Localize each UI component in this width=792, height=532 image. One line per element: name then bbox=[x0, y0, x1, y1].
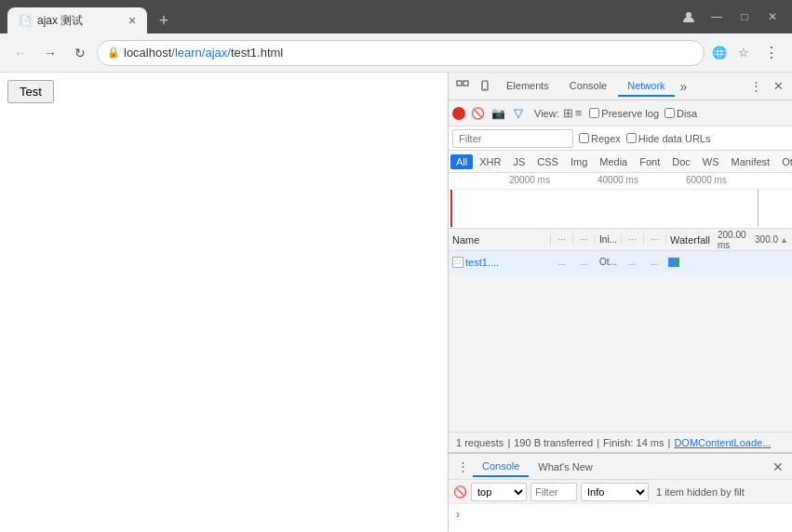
type-filter-img[interactable]: Img bbox=[565, 154, 593, 169]
forward-icon: → bbox=[44, 46, 57, 60]
table-header: Name ··· ··· Ini... ··· ··· Waterfall 20… bbox=[449, 229, 792, 251]
regex-option[interactable]: Regex bbox=[579, 133, 621, 144]
close-button[interactable]: ✕ bbox=[760, 5, 785, 29]
type-filter-doc[interactable]: Doc bbox=[666, 154, 696, 169]
devtools-inspect-button[interactable] bbox=[452, 76, 473, 97]
console-more-button[interactable]: ⋮ bbox=[452, 457, 473, 477]
filter-bar: Regex Hide data URLs bbox=[449, 126, 792, 151]
console-chevron[interactable]: › bbox=[456, 508, 460, 521]
console-level-select[interactable]: Info Verbose Warnings Errors bbox=[581, 483, 649, 501]
browser-window: 📄 ajax 测试 × + — □ ✕ ← → ↻ 🔒 l bbox=[0, 0, 792, 532]
svg-rect-1 bbox=[457, 81, 462, 86]
console-context-select[interactable]: top bbox=[471, 483, 527, 501]
row-ini: Ot... bbox=[596, 257, 622, 267]
flame-view-icon[interactable]: ≡ bbox=[575, 106, 583, 120]
type-filter-media[interactable]: Media bbox=[594, 154, 633, 169]
reload-button[interactable]: ↻ bbox=[67, 40, 93, 66]
disable-cache-checkbox[interactable] bbox=[664, 108, 675, 118]
row-name-text: test1.... bbox=[465, 257, 499, 268]
col-header-dots2[interactable]: ··· bbox=[573, 234, 596, 245]
type-filter-other[interactable]: Other bbox=[776, 154, 792, 169]
dom-content-loaded-link[interactable]: DOMContentLoade... bbox=[674, 437, 771, 448]
col-header-dots3[interactable]: ··· bbox=[622, 234, 644, 245]
tab-title: ajax 测试 bbox=[37, 13, 119, 29]
reload-icon: ↻ bbox=[74, 46, 86, 60]
preserve-log-checkbox[interactable] bbox=[589, 108, 599, 118]
devtools-settings-button[interactable]: ⋮ bbox=[745, 76, 766, 97]
devtools-tab-network[interactable]: Network bbox=[618, 76, 674, 97]
timeline-red-line bbox=[450, 190, 452, 227]
devtools-device-button[interactable] bbox=[475, 76, 495, 97]
timeline-vertical-marker bbox=[758, 190, 758, 227]
profile-icon[interactable] bbox=[677, 5, 701, 29]
col-header-dots4[interactable]: ··· bbox=[644, 234, 666, 245]
col-header-dots1[interactable]: ··· bbox=[551, 234, 573, 245]
status-sep1: | bbox=[507, 437, 510, 448]
console-tab-console[interactable]: Console bbox=[473, 457, 529, 477]
title-bar: 📄 ajax 测试 × + — □ ✕ bbox=[0, 0, 792, 33]
hide-data-urls-option[interactable]: Hide data URLs bbox=[626, 133, 711, 144]
devtools-more-tabs[interactable]: » bbox=[677, 77, 691, 96]
translate-icon[interactable]: 🌐 bbox=[708, 42, 731, 64]
record-button[interactable] bbox=[452, 107, 465, 120]
row-waterfall bbox=[666, 251, 792, 273]
table-row[interactable]: □ test1.... ... ... Ot... ... ... bbox=[449, 251, 792, 273]
tab-close-button[interactable]: × bbox=[125, 13, 140, 28]
address-bar[interactable]: 🔒 localhost /learn/ajax/ test1.html bbox=[97, 40, 705, 66]
view-icons: ⊞ ≡ bbox=[563, 106, 583, 120]
type-filter-bar: All XHR JS CSS Img Media Font Doc WS Man… bbox=[449, 151, 792, 173]
filter-input[interactable] bbox=[452, 129, 573, 148]
address-actions: 🌐 ☆ bbox=[708, 42, 755, 64]
col-header-name[interactable]: Name bbox=[449, 234, 551, 246]
type-filter-ws[interactable]: WS bbox=[697, 154, 725, 169]
type-filter-font[interactable]: Font bbox=[634, 154, 665, 169]
type-filter-xhr[interactable]: XHR bbox=[474, 154, 506, 169]
test-button[interactable]: Test bbox=[7, 80, 54, 103]
devtools-close-button[interactable]: ✕ bbox=[768, 76, 788, 97]
view-label: View: bbox=[534, 108, 559, 119]
console-stop-button[interactable]: 🚫 bbox=[452, 485, 467, 499]
preserve-log-option[interactable]: Preserve log bbox=[589, 108, 659, 119]
back-button[interactable]: ← bbox=[7, 40, 34, 66]
console-filter-input[interactable] bbox=[530, 483, 577, 501]
regex-checkbox[interactable] bbox=[579, 133, 589, 143]
waterfall-time2: 300.0 bbox=[755, 234, 778, 245]
status-sep2: | bbox=[597, 437, 599, 448]
waterfall-green-bar bbox=[676, 258, 679, 267]
forward-button[interactable]: → bbox=[37, 40, 63, 66]
preserve-log-label: Preserve log bbox=[601, 108, 659, 119]
row-dots4: ... bbox=[644, 257, 666, 267]
devtools-tab-console[interactable]: Console bbox=[560, 76, 616, 97]
table-body: □ test1.... ... ... Ot... ... ... bbox=[449, 251, 792, 432]
browser-tab[interactable]: 📄 ajax 测试 × bbox=[7, 7, 147, 33]
bookmark-icon[interactable]: ☆ bbox=[732, 42, 755, 64]
waterfall-label: Waterfall bbox=[670, 234, 710, 246]
stop-recording-button[interactable]: 🚫 bbox=[469, 105, 486, 122]
screenshot-button[interactable]: 📷 bbox=[490, 105, 506, 122]
type-filter-manifest[interactable]: Manifest bbox=[726, 154, 776, 169]
address-file: test1.html bbox=[231, 46, 283, 60]
col-header-ini[interactable]: Ini... bbox=[596, 234, 622, 245]
svg-rect-2 bbox=[463, 81, 468, 86]
console-content: › bbox=[449, 504, 792, 532]
devtools-tab-elements[interactable]: Elements bbox=[497, 76, 558, 97]
file-icon: □ bbox=[452, 257, 463, 268]
browser-menu-button[interactable]: ⋮ bbox=[758, 40, 785, 66]
tab-favicon-icon: 📄 bbox=[20, 16, 31, 25]
transferred-size: 190 B transferred bbox=[514, 437, 593, 448]
col-header-waterfall[interactable]: Waterfall 200.00 ms 300.0 ▲ bbox=[666, 230, 792, 250]
new-tab-button[interactable]: + bbox=[151, 7, 177, 33]
grid-view-icon[interactable]: ⊞ bbox=[563, 106, 573, 120]
tab-strip: 📄 ajax 测试 × + bbox=[7, 0, 673, 33]
console-close-button[interactable]: ✕ bbox=[768, 457, 788, 477]
disable-cache-option[interactable]: Disa bbox=[664, 108, 697, 119]
type-filter-all[interactable]: All bbox=[450, 154, 473, 169]
console-tab-whats-new[interactable]: What's New bbox=[529, 458, 601, 476]
type-filter-js[interactable]: JS bbox=[507, 154, 530, 169]
filter-button[interactable]: ▽ bbox=[510, 105, 527, 122]
type-filter-css[interactable]: CSS bbox=[531, 154, 564, 169]
minimize-button[interactable]: — bbox=[705, 5, 729, 29]
console-tab-bar: ⋮ Console What's New ✕ bbox=[449, 454, 792, 480]
maximize-button[interactable]: □ bbox=[732, 5, 757, 29]
hide-data-urls-checkbox[interactable] bbox=[626, 133, 637, 143]
